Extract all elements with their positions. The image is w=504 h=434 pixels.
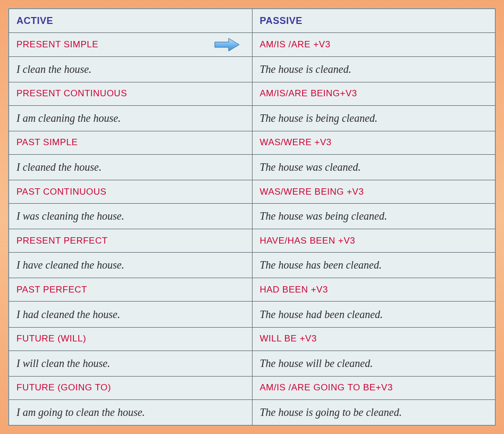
active-example: I am going to clean the house.	[9, 399, 253, 425]
passive-form: WAS/WERE +V3	[252, 131, 495, 154]
example-row: I clean the house.The house is cleaned.	[9, 56, 495, 82]
active-tense: PAST SIMPLE	[9, 131, 253, 154]
passive-form: HAD BEEN +V3	[252, 278, 495, 302]
tense-row: PRESENT PERFECTHAVE/HAS BEEN +V3	[9, 229, 495, 253]
example-row: I will clean the house.The house will be…	[9, 350, 495, 376]
passive-example: The house will be cleaned.	[252, 350, 495, 376]
example-row: I had cleaned the house.The house had be…	[9, 302, 495, 327]
table-body: ACTIVEPASSIVEPRESENT SIMPLEAM/IS /ARE +V…	[9, 9, 495, 425]
active-tense: FUTURE (GOING TO)	[9, 376, 253, 399]
arrow-right-icon	[214, 37, 240, 52]
grammar-table-card: ACTIVEPASSIVEPRESENT SIMPLEAM/IS /ARE +V…	[8, 8, 496, 426]
active-tense-text: PRESENT SIMPLE	[16, 39, 98, 49]
tense-row: PAST SIMPLEWAS/WERE +V3	[9, 131, 495, 154]
example-row: I cleaned the house.The house was cleane…	[9, 154, 495, 180]
active-tense-text: PAST CONTINUOUS	[16, 187, 106, 197]
passive-form: WILL BE +V3	[252, 327, 495, 350]
example-row: I am going to clean the house.The house …	[9, 399, 495, 425]
active-tense: PAST PERFECT	[9, 278, 253, 302]
passive-example: The house is cleaned.	[252, 56, 495, 82]
active-example: I will clean the house.	[9, 350, 253, 376]
passive-example: The house was being cleaned.	[252, 204, 495, 229]
tense-row: PRESENT SIMPLEAM/IS /ARE +V3	[9, 33, 495, 56]
passive-example: The house is going to be cleaned.	[252, 399, 495, 425]
table-header-row: ACTIVEPASSIVE	[9, 9, 495, 33]
active-tense-text: PAST SIMPLE	[16, 137, 78, 147]
active-tense-text: FUTURE (WILL)	[16, 333, 86, 344]
passive-form: AM/IS /ARE +V3	[252, 33, 495, 56]
header-active: ACTIVE	[9, 9, 253, 33]
active-tense: FUTURE (WILL)	[9, 327, 253, 350]
example-row: I was cleaning the house.The house was b…	[9, 204, 495, 229]
active-example: I had cleaned the house.	[9, 302, 253, 327]
passive-example: The house has been cleaned.	[252, 253, 495, 278]
active-tense: PRESENT SIMPLE	[9, 33, 253, 56]
active-example: I clean the house.	[9, 56, 253, 82]
active-example: I cleaned the house.	[9, 154, 253, 180]
passive-example: The house had been cleaned.	[252, 302, 495, 327]
passive-form: WAS/WERE BEING +V3	[252, 180, 495, 203]
active-example: I am cleaning the house.	[9, 105, 253, 131]
example-row: I am cleaning the house.The house is bei…	[9, 105, 495, 131]
active-tense-text: PRESENT PERFECT	[16, 236, 108, 246]
active-tense-text: PAST PERFECT	[16, 285, 87, 295]
active-tense: PAST CONTINUOUS	[9, 180, 253, 203]
passive-form: HAVE/HAS BEEN +V3	[252, 229, 495, 253]
tense-row: PRESENT CONTINUOUSAM/IS/ARE BEING+V3	[9, 82, 495, 105]
active-tense: PRESENT CONTINUOUS	[9, 82, 253, 105]
passive-form: AM/IS /ARE GOING TO BE+V3	[252, 376, 495, 399]
tense-row: PAST PERFECTHAD BEEN +V3	[9, 278, 495, 302]
passive-form: AM/IS/ARE BEING+V3	[252, 82, 495, 105]
active-example: I have cleaned the house.	[9, 253, 253, 278]
tense-row: FUTURE (WILL)WILL BE +V3	[9, 327, 495, 350]
tense-row: PAST CONTINUOUSWAS/WERE BEING +V3	[9, 180, 495, 203]
active-tense-text: FUTURE (GOING TO)	[16, 382, 111, 393]
grammar-table: ACTIVEPASSIVEPRESENT SIMPLEAM/IS /ARE +V…	[9, 9, 495, 425]
tense-row: FUTURE (GOING TO)AM/IS /ARE GOING TO BE+…	[9, 376, 495, 399]
active-tense-text: PRESENT CONTINUOUS	[16, 88, 127, 98]
passive-example: The house was cleaned.	[252, 154, 495, 180]
example-row: I have cleaned the house.The house has b…	[9, 253, 495, 278]
header-passive: PASSIVE	[252, 9, 495, 33]
active-example: I was cleaning the house.	[9, 204, 253, 229]
active-tense: PRESENT PERFECT	[9, 229, 253, 253]
passive-example: The house is being cleaned.	[252, 105, 495, 131]
